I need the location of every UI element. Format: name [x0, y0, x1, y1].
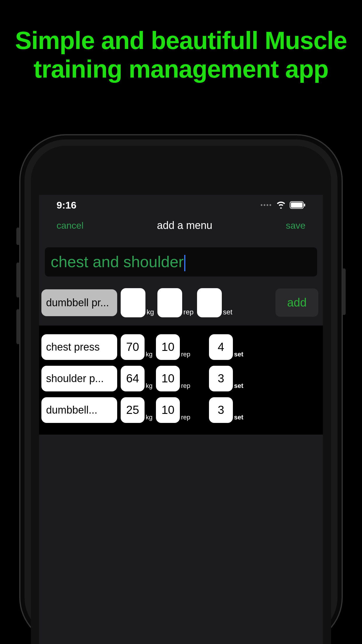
set-label: set: [234, 382, 243, 391]
battery-icon: [290, 201, 305, 209]
exercise-sets[interactable]: 3: [209, 397, 233, 423]
nav-header: cancel add a menu save: [39, 215, 323, 236]
cellular-icon: ••••: [261, 202, 272, 209]
promo-headline: Simple and beautifull Muscle training ma…: [0, 26, 362, 83]
exercise-weight[interactable]: 25: [121, 397, 145, 423]
exercise-reps[interactable]: 10: [156, 397, 180, 423]
phone-side-button: [16, 228, 20, 245]
kg-label: kg: [147, 308, 154, 317]
exercise-name[interactable]: chest press: [41, 334, 117, 360]
status-time: 9:16: [57, 200, 76, 211]
exercise-row: dumbbell... 25 kg 10 rep 3 set: [41, 394, 321, 426]
exercise-list: chest press 70 kg 10 rep 4 set: [39, 326, 323, 435]
weight-input[interactable]: [121, 288, 145, 317]
set-label: set: [234, 414, 243, 423]
exercise-name-input[interactable]: dumbbell pr...: [41, 289, 117, 316]
phone-side-button: [342, 268, 346, 315]
set-label: set: [234, 351, 243, 360]
text-cursor: [184, 255, 185, 271]
exercise-reps[interactable]: 10: [156, 366, 180, 391]
rep-label: rep: [181, 351, 190, 360]
rep-label: rep: [181, 382, 190, 391]
exercise-weight[interactable]: 64: [121, 366, 145, 391]
empty-area: [39, 435, 323, 644]
exercise-name[interactable]: shoulder p...: [41, 366, 117, 391]
exercise-sets[interactable]: 4: [209, 334, 233, 360]
rep-label: rep: [183, 308, 194, 317]
cancel-button[interactable]: cancel: [57, 220, 84, 231]
phone-side-button: [16, 262, 20, 298]
new-exercise-form: dumbbell pr... kg rep set add: [39, 276, 323, 326]
kg-label: kg: [146, 351, 152, 360]
wifi-icon: [276, 202, 286, 209]
page-title: add a menu: [157, 219, 212, 232]
phone-side-button: [16, 309, 20, 344]
set-label: set: [223, 308, 232, 317]
reps-input[interactable]: [157, 288, 182, 317]
phone-frame: 9:16 •••• cancel add a menu save: [19, 134, 343, 644]
save-button[interactable]: save: [286, 220, 305, 231]
kg-label: kg: [146, 382, 152, 391]
menu-name-input[interactable]: chest and shoulder: [45, 247, 317, 276]
status-bar: 9:16 ••••: [39, 195, 323, 215]
exercise-row: chest press 70 kg 10 rep 4 set: [41, 331, 321, 363]
svg-rect-1: [291, 202, 303, 208]
menu-name-value: chest and shoulder: [51, 253, 184, 270]
exercise-reps[interactable]: 10: [156, 334, 180, 360]
exercise-name[interactable]: dumbbell...: [41, 397, 117, 423]
app-screen: 9:16 •••• cancel add a menu save: [39, 195, 323, 644]
rep-label: rep: [181, 414, 190, 423]
svg-rect-2: [304, 204, 305, 206]
exercise-row: shoulder p... 64 kg 10 rep 3 set: [41, 363, 321, 394]
add-button[interactable]: add: [275, 288, 318, 317]
exercise-sets[interactable]: 3: [209, 366, 233, 391]
exercise-weight[interactable]: 70: [121, 334, 145, 360]
kg-label: kg: [146, 414, 152, 423]
sets-input[interactable]: [197, 288, 222, 317]
